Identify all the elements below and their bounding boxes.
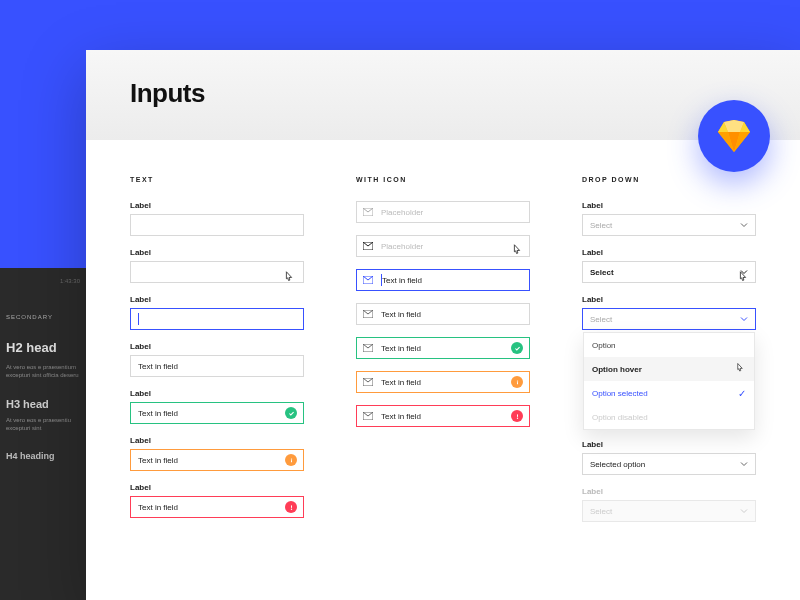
icon-input[interactable]: Placeholder bbox=[356, 235, 530, 257]
icon-field-focus: Text in field bbox=[356, 269, 530, 291]
text-input[interactable] bbox=[130, 214, 304, 236]
checkmark-icon bbox=[285, 407, 297, 419]
alert-icon bbox=[511, 410, 523, 422]
input-value: Text in field bbox=[138, 409, 178, 418]
icon-input[interactable]: Text in field bbox=[356, 405, 530, 427]
mail-icon bbox=[363, 344, 373, 352]
input-value: Text in field bbox=[138, 456, 178, 465]
sketch-diamond-icon bbox=[716, 120, 752, 152]
page-title: Inputs bbox=[130, 78, 756, 109]
cursor-pointer-icon bbox=[734, 362, 746, 376]
info-icon bbox=[285, 454, 297, 466]
field-label: Label bbox=[130, 436, 304, 445]
mail-icon bbox=[363, 378, 373, 386]
select-input[interactable]: Selected option bbox=[582, 453, 756, 475]
input-value: Text in field bbox=[381, 310, 421, 319]
chevron-down-icon bbox=[740, 317, 748, 322]
input-value: Text in field bbox=[138, 503, 178, 512]
text-input[interactable]: Text in field bbox=[130, 402, 304, 424]
mail-icon bbox=[363, 242, 373, 250]
chevron-down-icon bbox=[740, 509, 748, 514]
field-label: Label bbox=[130, 295, 304, 304]
sketch-badge[interactable] bbox=[698, 100, 770, 172]
select-value: Select bbox=[590, 315, 612, 324]
timestamp: 1:43:30 bbox=[6, 278, 80, 284]
text-caret bbox=[138, 313, 139, 325]
panel-content: TEXT Label Label Label Label Text in fie… bbox=[86, 140, 800, 554]
icon-input[interactable]: Text in field bbox=[356, 337, 530, 359]
text-input[interactable]: Text in field bbox=[130, 355, 304, 377]
dropdown-menu: Option Option hover Option selected ✓ Op… bbox=[583, 332, 755, 430]
icon-field-success: Text in field bbox=[356, 337, 530, 359]
dropdown-field-open: Label Select Option Option hover bbox=[582, 295, 756, 330]
text-input[interactable]: Text in field bbox=[130, 496, 304, 518]
svg-point-10 bbox=[516, 380, 517, 381]
h3-heading: H3 head bbox=[6, 398, 80, 410]
dropdown-option-hover[interactable]: Option hover bbox=[584, 357, 754, 381]
text-field-focus: Label bbox=[130, 295, 304, 330]
column-title-text: TEXT bbox=[130, 176, 304, 183]
field-label: Label bbox=[130, 389, 304, 398]
text-input[interactable] bbox=[130, 308, 304, 330]
svg-point-14 bbox=[516, 417, 517, 418]
text-field-error: Label Text in field bbox=[130, 483, 304, 518]
icon-input[interactable]: Placeholder bbox=[356, 201, 530, 223]
mail-icon bbox=[363, 208, 373, 216]
body-text-1: At vero eos e praesentium excepturi sint… bbox=[6, 363, 80, 380]
field-label: Label bbox=[582, 295, 756, 304]
icon-input[interactable]: Text in field bbox=[356, 303, 530, 325]
input-placeholder: Placeholder bbox=[381, 208, 423, 217]
field-label: Label bbox=[582, 440, 756, 449]
dropdown-field-disabled: Label Select bbox=[582, 487, 756, 522]
select-input: Select bbox=[582, 500, 756, 522]
select-value: Select bbox=[590, 268, 614, 277]
text-field-warning: Label Text in field bbox=[130, 436, 304, 471]
chevron-down-icon bbox=[740, 270, 748, 275]
column-dropdown: DROP DOWN Label Select Label Select bbox=[582, 176, 756, 534]
dropdown-option[interactable]: Option bbox=[584, 333, 754, 357]
column-title-dropdown: DROP DOWN bbox=[582, 176, 756, 183]
input-value: Text in field bbox=[138, 362, 178, 371]
field-label: Label bbox=[130, 248, 304, 257]
text-field-success: Label Text in field bbox=[130, 389, 304, 424]
column-with-icon: WITH ICON Placeholder Placeholder bbox=[356, 176, 530, 534]
icon-input[interactable]: Text in field bbox=[356, 371, 530, 393]
chevron-down-icon bbox=[740, 223, 748, 228]
text-input[interactable] bbox=[130, 261, 304, 283]
text-field-default: Label bbox=[130, 201, 304, 236]
svg-rect-2 bbox=[291, 505, 292, 507]
text-input[interactable]: Text in field bbox=[130, 449, 304, 471]
alert-icon bbox=[285, 501, 297, 513]
dropdown-option-disabled: Option disabled bbox=[584, 405, 754, 429]
inputs-panel: Inputs TEXT Label Label Label Label bbox=[86, 50, 800, 600]
text-field-hover: Label bbox=[130, 248, 304, 283]
input-value: Text in field bbox=[382, 276, 422, 285]
icon-field-warning: Text in field bbox=[356, 371, 530, 393]
dropdown-field-default: Label Select bbox=[582, 201, 756, 236]
select-input[interactable]: Select Option Option hover Option select… bbox=[582, 308, 756, 330]
mail-icon bbox=[363, 412, 373, 420]
column-title-with-icon: WITH ICON bbox=[356, 176, 530, 183]
svg-rect-1 bbox=[291, 460, 292, 462]
field-label: Label bbox=[130, 342, 304, 351]
field-label: Label bbox=[582, 201, 756, 210]
dropdown-field-filled: Label Selected option bbox=[582, 440, 756, 475]
input-placeholder: Placeholder bbox=[381, 242, 423, 251]
select-input[interactable]: Select bbox=[582, 214, 756, 236]
field-label: Label bbox=[582, 487, 756, 496]
secondary-label: SECONDARY bbox=[6, 314, 80, 320]
icon-field-hover: Placeholder bbox=[356, 235, 530, 257]
background-typography-panel: 1:43:30 SECONDARY H2 head At vero eos e … bbox=[0, 268, 86, 600]
icon-input[interactable]: Text in field bbox=[356, 269, 530, 291]
dropdown-option-selected[interactable]: Option selected ✓ bbox=[584, 381, 754, 405]
dropdown-field-hover: Label Select bbox=[582, 248, 756, 283]
field-label: Label bbox=[582, 248, 756, 257]
h2-heading: H2 head bbox=[6, 340, 80, 355]
svg-point-3 bbox=[290, 508, 291, 509]
icon-field-error: Text in field bbox=[356, 405, 530, 427]
field-label: Label bbox=[130, 483, 304, 492]
select-input[interactable]: Select bbox=[582, 261, 756, 283]
select-value: Selected option bbox=[590, 460, 645, 469]
mail-icon bbox=[363, 310, 373, 318]
field-label: Label bbox=[130, 201, 304, 210]
